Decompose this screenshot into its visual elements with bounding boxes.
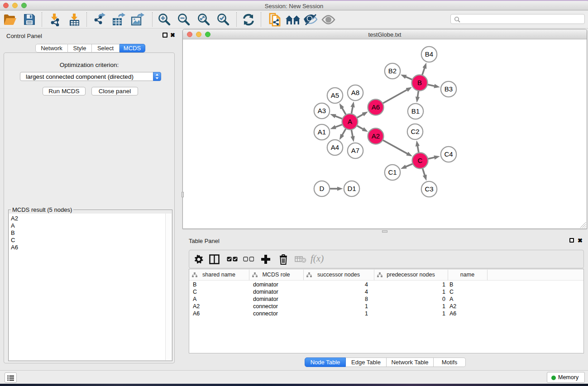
svg-text:C1: C1 — [388, 168, 397, 176]
svg-text:B2: B2 — [388, 67, 397, 75]
svg-text:C4: C4 — [444, 150, 453, 158]
svg-text:A3: A3 — [318, 107, 326, 114]
svg-text:A: A — [348, 118, 352, 125]
svg-text:C2: C2 — [411, 128, 419, 135]
svg-text:D: D — [320, 185, 325, 192]
svg-text:A7: A7 — [351, 147, 359, 154]
svg-text:A6: A6 — [372, 103, 380, 111]
svg-text:B: B — [417, 79, 422, 86]
svg-text:A8: A8 — [351, 89, 359, 96]
svg-text:B4: B4 — [425, 50, 433, 58]
svg-text:A1: A1 — [318, 128, 326, 136]
svg-text:A5: A5 — [331, 91, 339, 99]
svg-text:C: C — [418, 157, 423, 164]
svg-text:C3: C3 — [425, 185, 433, 193]
svg-text:B3: B3 — [445, 85, 453, 93]
svg-text:D1: D1 — [347, 185, 356, 192]
svg-text:B1: B1 — [411, 107, 420, 115]
svg-text:A4: A4 — [331, 143, 339, 151]
svg-text:A2: A2 — [372, 132, 380, 140]
